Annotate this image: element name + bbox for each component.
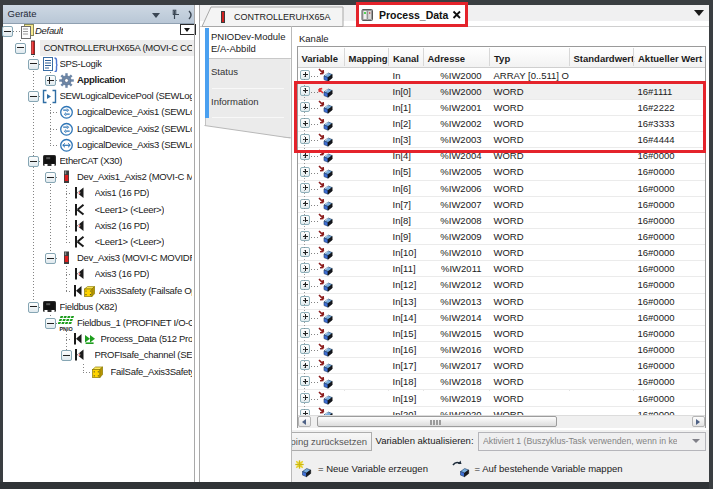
svg-text:PNIO: PNIO <box>60 326 73 332</box>
